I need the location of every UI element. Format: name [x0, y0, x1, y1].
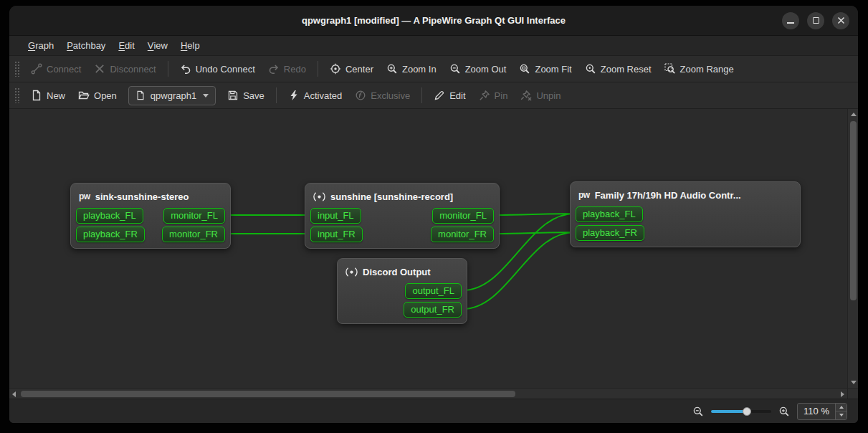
- node-ports: playback_FL playback_FR: [575, 206, 796, 241]
- connect-button[interactable]: Connect: [24, 58, 87, 80]
- zoom-slider[interactable]: [711, 406, 771, 417]
- input-ports: playback_FL playback_FR: [576, 206, 644, 241]
- record-icon: [345, 266, 358, 278]
- pin-label: Pin: [495, 90, 508, 101]
- zoom-value[interactable]: 110 %: [798, 404, 835, 419]
- menubar: Graph Patchbay Edit View Help: [9, 36, 858, 55]
- toolbar-drag-handle[interactable]: [14, 61, 19, 77]
- save-button[interactable]: Save: [221, 85, 271, 106]
- graph-canvas[interactable]: pw sink-sunshine-stereo playback_FL play…: [9, 109, 847, 388]
- edit-button[interactable]: Edit: [427, 85, 472, 106]
- scroll-right-icon[interactable]: [841, 391, 844, 397]
- vertical-scrollbar-thumb[interactable]: [850, 121, 857, 300]
- node-sink-sunshine-stereo[interactable]: pw sink-sunshine-stereo playback_FL play…: [70, 183, 231, 249]
- port-monitor-fl[interactable]: monitor_FL: [432, 208, 494, 224]
- menu-edit-rest: dit: [125, 40, 135, 51]
- horizontal-scrollbar-thumb[interactable]: [21, 391, 515, 397]
- port-output-fr[interactable]: output_FR: [404, 302, 462, 318]
- save-icon: [227, 90, 239, 101]
- activated-button[interactable]: Activated: [282, 85, 348, 106]
- new-button[interactable]: New: [24, 85, 72, 106]
- exclusive-button[interactable]: Exclusive: [348, 85, 416, 106]
- menu-help[interactable]: Help: [174, 36, 206, 55]
- port-monitor-fr[interactable]: monitor_FR: [431, 227, 494, 242]
- port-playback-fl[interactable]: playback_FL: [576, 206, 643, 222]
- patchbay-file-icon: [135, 90, 146, 100]
- zoom-reset-button[interactable]: Zoom Reset: [578, 58, 658, 80]
- node-discord-output[interactable]: Discord Output output_FL output_FR: [337, 258, 467, 324]
- connection-line: [495, 232, 574, 234]
- menu-patchbay-accel: P: [67, 40, 73, 51]
- edit-pencil-icon: [434, 90, 445, 101]
- zoom-slider-handle[interactable]: [743, 407, 751, 416]
- port-playback-fr[interactable]: playback_FR: [76, 227, 145, 242]
- close-button[interactable]: [832, 12, 849, 29]
- zoom-spin-arrows: [835, 404, 846, 419]
- input-ports: input_FL input_FR: [310, 208, 363, 242]
- toolbar-main: Connect Disconnect Undo Connect Redo Cen…: [9, 55, 858, 82]
- pipewire-icon: pw: [578, 190, 590, 200]
- node-ports: output_FL output_FR: [342, 283, 462, 318]
- scroll-down-icon[interactable]: [851, 381, 857, 384]
- maximize-icon: [813, 17, 819, 24]
- port-monitor-fr[interactable]: monitor_FR: [162, 227, 225, 242]
- toolbar-drag-handle[interactable]: [14, 87, 19, 103]
- menu-graph[interactable]: Graph: [22, 36, 60, 55]
- open-button[interactable]: Open: [72, 85, 123, 106]
- horizontal-scrollbar[interactable]: [9, 388, 847, 399]
- maximize-button[interactable]: [807, 12, 824, 29]
- activated-bolt-icon: [288, 90, 300, 101]
- zoom-in-icon: [778, 406, 790, 417]
- screen: qpwgraph1 [modified] — A PipeWire Graph …: [0, 0, 868, 433]
- menu-view-rest: iew: [153, 40, 168, 51]
- port-output-fl[interactable]: output_FL: [405, 283, 462, 299]
- zoom-range-label: Zoom Range: [680, 64, 734, 75]
- node-ports: playback_FL playback_FR monitor_FL monit…: [75, 208, 226, 242]
- unpin-button[interactable]: Unpin: [514, 85, 567, 106]
- node-family-hd-audio[interactable]: pw Family 17h/19h HD Audio Contr... play…: [570, 181, 801, 247]
- new-label: New: [47, 90, 65, 101]
- statusbar: 110 %: [9, 399, 858, 423]
- redo-button[interactable]: Redo: [262, 58, 313, 80]
- undo-icon: [180, 63, 191, 75]
- zoom-spin-up-button[interactable]: [836, 404, 846, 412]
- scroll-up-icon[interactable]: [851, 113, 857, 116]
- center-button[interactable]: Center: [323, 58, 380, 80]
- disconnect-button[interactable]: Disconnect: [87, 58, 162, 80]
- node-title: Discord Output: [363, 267, 431, 277]
- patchbay-selector[interactable]: qpwgraph1: [128, 86, 216, 105]
- menu-edit[interactable]: Edit: [112, 36, 140, 55]
- undo-connect-button[interactable]: Undo Connect: [173, 58, 262, 80]
- port-playback-fl[interactable]: playback_FL: [76, 208, 143, 224]
- zoom-spinbox[interactable]: 110 %: [797, 403, 847, 420]
- zoom-range-button[interactable]: Zoom Range: [658, 58, 740, 80]
- redo-icon: [268, 63, 280, 75]
- pin-button[interactable]: Pin: [472, 85, 515, 106]
- zoom-spin-down-button[interactable]: [836, 411, 846, 419]
- port-input-fr[interactable]: input_FR: [310, 227, 363, 242]
- exclusive-icon: [355, 90, 366, 101]
- menu-patchbay[interactable]: Patchbay: [60, 36, 112, 55]
- input-ports: playback_FL playback_FR: [76, 208, 145, 242]
- zoom-fit-label: Zoom Fit: [535, 64, 571, 75]
- port-playback-fr[interactable]: playback_FR: [576, 225, 644, 241]
- node-sunshine[interactable]: sunshine [sunshine-record] input_FL inpu…: [305, 183, 500, 249]
- port-monitor-fl[interactable]: monitor_FL: [163, 208, 225, 224]
- zoom-in-button[interactable]: Zoom In: [380, 58, 443, 80]
- graph-area: pw sink-sunshine-stereo playback_FL play…: [9, 108, 858, 388]
- node-title: Family 17h/19h HD Audio Contr...: [595, 190, 741, 201]
- zoom-reset-icon: [585, 63, 596, 75]
- titlebar[interactable]: qpwgraph1 [modified] — A PipeWire Graph …: [9, 6, 858, 36]
- menu-edit-accel: E: [118, 40, 125, 51]
- save-label: Save: [243, 90, 264, 101]
- port-input-fl[interactable]: input_FL: [310, 208, 361, 224]
- node-title: sunshine [sunshine-record]: [330, 191, 453, 202]
- minimize-button[interactable]: [782, 12, 799, 29]
- pin-icon: [479, 90, 490, 101]
- menu-view[interactable]: View: [141, 36, 174, 55]
- vertical-scrollbar[interactable]: [847, 109, 858, 388]
- zoom-out-button[interactable]: Zoom Out: [443, 58, 513, 80]
- node-ports: input_FL input_FR monitor_FL monitor_FR: [310, 208, 495, 242]
- scroll-left-icon[interactable]: [12, 391, 16, 397]
- zoom-fit-button[interactable]: Zoom Fit: [512, 58, 578, 80]
